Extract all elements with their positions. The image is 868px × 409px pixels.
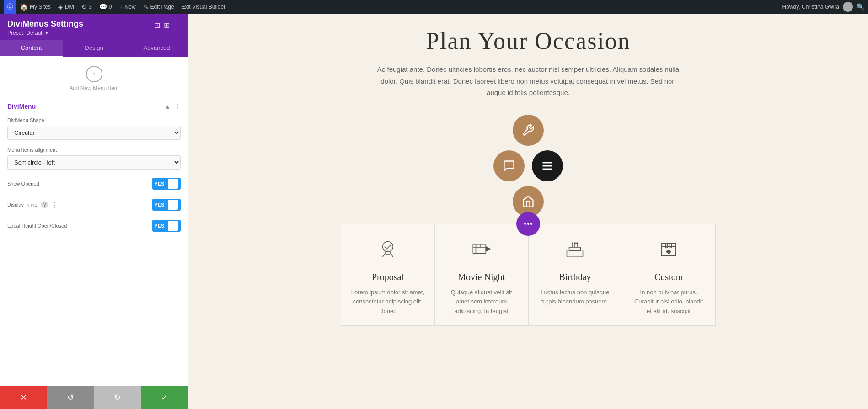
display-inline-toggle[interactable]: YES bbox=[152, 199, 181, 211]
comments-link[interactable]: 💬 0 bbox=[96, 0, 116, 14]
toggle-knob bbox=[168, 179, 178, 189]
menu-circle-chat[interactable] bbox=[493, 150, 525, 181]
movie-night-text: Quisque aliquet velit sit amet sem inter… bbox=[444, 288, 519, 316]
display-inline-row: Display Inline ? ⋮ YES bbox=[0, 194, 188, 215]
svg-rect-23 bbox=[666, 244, 668, 248]
svg-rect-8 bbox=[473, 244, 486, 253]
menu-circles bbox=[341, 112, 716, 219]
menu-circle-menu[interactable] bbox=[532, 150, 563, 181]
shape-select[interactable]: Circular Square Diamond bbox=[7, 126, 181, 140]
menu-row-2 bbox=[493, 150, 563, 181]
avatar bbox=[843, 2, 853, 12]
collapse-icon[interactable]: ▲ bbox=[164, 103, 171, 110]
edit-page-link[interactable]: ✎ Edit Page bbox=[139, 0, 178, 14]
svg-point-20 bbox=[577, 243, 578, 244]
tab-content[interactable]: Content bbox=[0, 40, 63, 57]
refresh-icon: ↻ bbox=[81, 3, 87, 11]
search-icon[interactable]: 🔍 bbox=[857, 3, 864, 11]
inline-more-icon[interactable]: ⋮ bbox=[51, 201, 58, 209]
edit-icon: ✎ bbox=[143, 3, 149, 11]
panel-header: DiviMenus Settings Preset: Default ▾ ⊡ ⊞… bbox=[0, 14, 188, 40]
wordpress-icon[interactable]: ⓒ bbox=[4, 0, 16, 14]
cards-grid: Proposal Lorem ipsum dolor sit amet, con… bbox=[341, 224, 716, 326]
exit-builder-link[interactable]: Exit Visual Builder bbox=[178, 0, 230, 14]
card-proposal: Proposal Lorem ipsum dolor sit amet, con… bbox=[341, 224, 435, 326]
movie-night-title: Movie Night bbox=[444, 272, 519, 282]
svg-rect-13 bbox=[567, 250, 583, 257]
svg-marker-9 bbox=[486, 246, 490, 251]
help-icon[interactable]: ? bbox=[41, 201, 48, 208]
comment-icon: 💬 bbox=[99, 3, 107, 11]
section-more-icon[interactable]: ⋮ bbox=[174, 103, 181, 110]
equal-height-toggle[interactable]: YES bbox=[152, 220, 181, 232]
toggle-knob-2 bbox=[168, 200, 178, 210]
menu-circle-tools[interactable] bbox=[513, 115, 544, 146]
redo-button[interactable]: ↻ bbox=[94, 386, 141, 409]
shape-label: DiviMenu Shape bbox=[7, 117, 181, 123]
main-layout: DiviMenus Settings Preset: Default ▾ ⊡ ⊞… bbox=[0, 14, 868, 409]
panel-body: + Add New Menu Item DiviMenu ▲ ⋮ DiviMen… bbox=[0, 57, 188, 386]
panel-title: DiviMenus Settings bbox=[7, 19, 83, 29]
add-circle-icon: + bbox=[86, 66, 102, 82]
toggle-knob-3 bbox=[168, 221, 178, 231]
more-icon[interactable]: ⋮ bbox=[173, 21, 181, 30]
page-subtitle: Ac feugiat ante. Donec ultricies loborti… bbox=[373, 64, 684, 99]
alignment-label: Menu Items alignment bbox=[7, 147, 181, 153]
svg-point-5 bbox=[530, 223, 532, 225]
custom-text: In non pulvinar purus. Curabitur nisi od… bbox=[631, 288, 706, 316]
undo-button[interactable]: ↺ bbox=[47, 386, 94, 409]
add-menu-label: Add New Menu Item bbox=[69, 85, 119, 91]
home-icon: 🏠 bbox=[20, 3, 28, 11]
action-bar: ✕ ↺ ↻ ✓ bbox=[0, 386, 188, 409]
proposal-icon bbox=[350, 238, 425, 265]
card-custom: Custom In non pulvinar purus. Curabitur … bbox=[622, 224, 716, 326]
birthday-icon bbox=[538, 238, 613, 265]
show-opened-label: Show Opened bbox=[7, 181, 39, 186]
panel-tabs: Content Design Advanced bbox=[0, 40, 188, 57]
admin-bar: ⓒ 🏠 My Sites ◈ Divi ↻ 3 💬 0 + New ✎ Edit… bbox=[0, 0, 868, 14]
shape-field-group: DiviMenu Shape Circular Square Diamond bbox=[0, 114, 188, 143]
divi-link[interactable]: ◈ Divi bbox=[54, 0, 78, 14]
admin-bar-right: Howdy, Christina Gwira 🔍 bbox=[782, 2, 864, 12]
alignment-select[interactable]: Semicircle - left Semicircle - right Ful… bbox=[7, 155, 181, 170]
new-link[interactable]: + New bbox=[115, 0, 139, 14]
cancel-button[interactable]: ✕ bbox=[0, 386, 47, 409]
display-inline-label: Display Inline bbox=[7, 202, 37, 207]
show-opened-row: Show Opened YES bbox=[0, 173, 188, 194]
svg-point-19 bbox=[574, 243, 576, 244]
grid-icon[interactable]: ⊞ bbox=[164, 21, 170, 30]
birthday-title: Birthday bbox=[538, 272, 613, 282]
card-movie-night: Movie Night Quisque aliquet velit sit am… bbox=[435, 224, 529, 326]
divi-icon: ◈ bbox=[58, 3, 63, 11]
updates-link[interactable]: ↻ 3 bbox=[78, 0, 96, 14]
proposal-title: Proposal bbox=[350, 272, 425, 282]
section-title[interactable]: DiviMenu bbox=[7, 103, 36, 110]
floating-dots-button[interactable] bbox=[516, 212, 540, 236]
svg-marker-25 bbox=[666, 250, 672, 254]
page-content: Plan Your Occasion Ac feugiat ante. Done… bbox=[332, 14, 725, 326]
svg-point-3 bbox=[524, 223, 526, 225]
equal-height-label: Equal Height Open/Closed bbox=[7, 223, 67, 228]
tab-advanced[interactable]: Advanced bbox=[125, 40, 188, 57]
card-birthday: Birthday Luctus lectus non quisque turpi… bbox=[529, 224, 622, 326]
svg-rect-7 bbox=[386, 252, 390, 254]
panel-header-icons: ⊡ ⊞ ⋮ bbox=[154, 19, 181, 30]
left-panel: DiviMenus Settings Preset: Default ▾ ⊡ ⊞… bbox=[0, 14, 188, 409]
save-button[interactable]: ✓ bbox=[141, 386, 188, 409]
svg-point-18 bbox=[572, 243, 573, 244]
svg-rect-24 bbox=[670, 244, 672, 248]
tab-design[interactable]: Design bbox=[63, 40, 125, 57]
plus-icon: + bbox=[119, 3, 123, 11]
equal-height-row: Equal Height Open/Closed YES bbox=[0, 215, 188, 236]
my-sites-link[interactable]: 🏠 My Sites bbox=[16, 0, 54, 14]
alignment-field-group: Menu Items alignment Semicircle - left S… bbox=[0, 143, 188, 173]
show-opened-toggle[interactable]: YES bbox=[152, 178, 181, 190]
divimenu-section-header: DiviMenu ▲ ⋮ bbox=[0, 99, 188, 114]
minimize-icon[interactable]: ⊡ bbox=[154, 21, 160, 30]
svg-point-6 bbox=[383, 241, 393, 252]
birthday-text: Luctus lectus non quisque turpis bibendu… bbox=[538, 288, 613, 307]
proposal-text: Lorem ipsum dolor sit amet, consectetur … bbox=[350, 288, 425, 316]
right-content: Plan Your Occasion Ac feugiat ante. Done… bbox=[188, 14, 868, 409]
section-icons: ▲ ⋮ bbox=[164, 103, 181, 110]
add-menu-item-button[interactable]: + Add New Menu Item bbox=[0, 57, 188, 99]
